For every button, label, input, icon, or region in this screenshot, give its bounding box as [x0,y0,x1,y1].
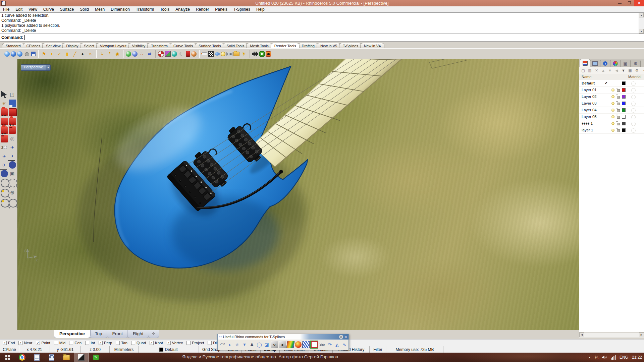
new-sublayer-icon[interactable]: ▥ [587,68,592,73]
status-memory-use-725-mb[interactable]: Memory use: 725 MB [386,346,443,353]
helicopter-icon[interactable] [9,161,16,169]
car-rear-2-icon[interactable] [1,135,8,142]
pan-hand-icon[interactable]: ☛ [1,100,8,107]
toolbar-tab-select[interactable]: Select [80,43,98,48]
osnap-option-perp[interactable]: ✓Perp [99,341,112,345]
toolbar-tab-set-view[interactable]: Set View [42,43,64,48]
panel-horizontal-scrollbar[interactable]: ◀ ▶ [579,332,644,338]
checkbox-end[interactable]: ✓ [3,341,7,345]
layer-material-icon[interactable] [631,95,636,99]
render-window-icon[interactable] [17,51,22,57]
paint-tube-icon[interactable] [202,52,207,55]
layer-name[interactable]: Default [582,81,595,85]
control-box-icon[interactable]: ▣ [9,170,16,177]
taskbar-notepad-icon[interactable] [30,353,44,362]
status-cplane[interactable]: CPlane [0,346,19,353]
fridge-icon[interactable] [186,51,190,57]
toolbar-tab-new-in-v5[interactable]: New in V5 [317,43,341,48]
toolbar-tab-cplanes[interactable]: CPlanes [23,43,44,48]
osnap-option-knot[interactable]: ✓Knot [150,341,163,345]
toolbar-tab-visibility[interactable]: Visibility [128,43,149,48]
hidden-icons-icon[interactable]: ▲ [588,356,591,359]
checkerboard-icon[interactable] [208,51,214,57]
menu-file[interactable]: File [0,7,12,12]
scroll-right-icon[interactable]: ▶ [639,333,644,337]
osnap-option-tan[interactable]: Tan [116,341,127,345]
menu-surface[interactable]: Surface [57,7,77,12]
rect-tool-icon[interactable]: ▮ [64,51,70,57]
status-filter[interactable]: Filter [370,346,386,353]
blue-ellipse-icon[interactable] [215,52,220,56]
arrow-down-icon[interactable]: ⇣ [99,51,105,57]
zoom-selected-all-icon[interactable] [1,199,9,207]
palette-title-bar[interactable]: ◠ Useful Rhino commands for T-Splines ⚙ … [218,334,348,340]
osnap-option-mid[interactable]: Mid [54,341,66,345]
menu-tools[interactable]: Tools [157,7,172,12]
scrollbar-track[interactable] [584,333,639,338]
red-van-icon[interactable] [1,118,8,125]
checkbox-disable[interactable] [208,341,212,345]
save-rendering-icon[interactable] [31,52,36,56]
status-x-478-21[interactable]: x 478.21 [19,346,50,353]
chevron-down-icon[interactable]: ▼ [46,65,50,70]
layer-lock-icon[interactable] [617,129,620,132]
close-icon[interactable]: ✕ [344,335,347,339]
checkbox-mid[interactable] [54,341,58,345]
osnap-option-vertex[interactable]: ✓Vertex [167,341,183,345]
wireframe-sphere-icon[interactable]: ◍ [23,51,30,57]
orange-ball-icon[interactable] [191,51,197,57]
osnap-option-cen[interactable]: Cen [69,341,82,345]
material-ball-icon[interactable] [126,51,131,57]
viewport-tab-front[interactable]: Front [107,330,129,338]
zoom-back-icon[interactable] [9,199,17,207]
eye-arrow-icon[interactable]: ◉ [114,51,121,57]
layer-color-swatch[interactable] [622,128,626,132]
command-prompt[interactable]: Command: [0,34,644,42]
toolbar-tab-solid-tools[interactable]: Solid Tools [223,43,248,48]
two-spheres-icon[interactable]: 2 [1,144,8,151]
toolbar-tab-t-splines[interactable]: T-Splines [339,43,362,48]
layer-color-swatch[interactable] [622,102,626,105]
layer-visibility-bulb-icon[interactable] [611,102,614,105]
toolbar-tab-mesh-tools[interactable]: Mesh Tools [246,43,272,48]
colors-panel-tab[interactable] [613,61,618,66]
layer-lock-icon[interactable] [617,103,620,105]
folder-icon[interactable] [233,52,239,56]
zoom-point-icon[interactable] [1,179,9,187]
command-history[interactable]: 1 curve added to selection.Command: _Del… [0,12,644,34]
box-panel-tab[interactable]: ▣ [623,61,627,66]
tsplines-palette[interactable]: ◠ Useful Rhino commands for T-Splines ⚙ … [217,334,349,350]
toolbar-tab-drafting[interactable]: Drafting [298,43,318,48]
layer-material-icon[interactable] [631,115,636,119]
checkbox-vertex[interactable]: ✓ [167,341,171,345]
keyboard-icon[interactable] [226,52,232,56]
toolbar-tab-new-in-v4[interactable]: New in V4 [360,43,384,48]
plane-side-icon[interactable]: ✈ [9,153,16,160]
status-millimeters[interactable]: Millimeters [110,346,139,353]
menu-dimension[interactable]: Dimension [108,7,133,12]
language-indicator[interactable]: ENG [620,355,628,360]
display-panel-tab[interactable] [592,61,598,66]
red-car-3-icon[interactable] [1,126,8,134]
filter-icon[interactable]: ▼ [621,68,626,73]
status-z-0-00[interactable]: z 0.00 [81,346,110,353]
layer-color-swatch[interactable] [622,95,626,99]
layer-name[interactable]: Layer 05 [582,115,597,119]
layer-material-icon[interactable] [631,102,636,106]
status-y-861-61[interactable]: y -861.61 [50,346,81,353]
viewport-tab-right[interactable]: Right [127,330,149,338]
menu-t-splines[interactable]: T-Splines [230,7,253,12]
osnap-option-int[interactable]: Int [85,341,95,345]
layer-material-icon[interactable] [631,88,636,93]
save-file-icon[interactable] [9,100,16,107]
taskbar-explorer-icon[interactable] [59,353,74,362]
taskbar-corel-icon[interactable] [89,353,103,362]
select-cursor-icon[interactable] [1,91,8,98]
move-left-icon[interactable]: ◀ [614,68,619,73]
taskbar-chrome-icon[interactable] [15,353,30,362]
layer-visibility-bulb-icon[interactable] [611,109,614,112]
menu-view[interactable]: View [25,7,40,12]
layer-row[interactable]: Layer 01 [579,87,644,94]
viewport-tab-top[interactable]: Top [89,330,108,338]
menu-mesh[interactable]: Mesh [92,7,108,12]
